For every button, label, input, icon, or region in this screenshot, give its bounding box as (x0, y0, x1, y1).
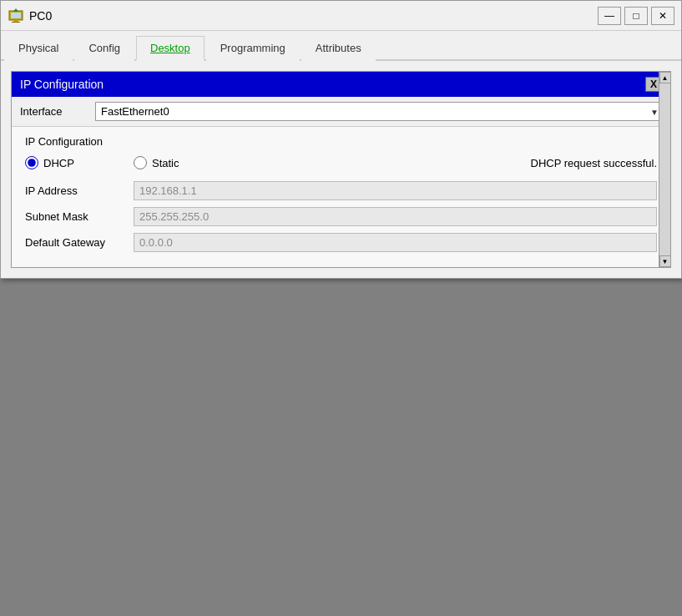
svg-rect-1 (11, 13, 21, 18)
tab-bar: Physical Config Desktop Programming Attr… (1, 31, 681, 61)
static-radio-option[interactable]: Static (134, 156, 242, 169)
ip-config-container: IP Configuration X Interface FastEtherne… (11, 71, 671, 268)
title-bar: PC0 — □ ✕ (1, 1, 681, 31)
tab-programming[interactable]: Programming (206, 36, 300, 61)
svg-marker-4 (13, 8, 18, 12)
maximize-button[interactable]: □ (624, 7, 648, 25)
config-section-title: IP Configuration (25, 135, 657, 148)
content-area: IP Configuration X Interface FastEtherne… (1, 61, 681, 278)
dhcp-label: DHCP (43, 157, 74, 169)
scroll-down-button[interactable]: ▼ (659, 255, 671, 267)
dhcp-status: DHCP request successful. (531, 157, 658, 169)
subnet-mask-input[interactable] (134, 207, 657, 226)
ip-config-inner: IP Configuration DHCP Static DHCP reques… (12, 127, 670, 267)
static-radio[interactable] (134, 156, 147, 169)
ip-address-input[interactable] (134, 181, 657, 200)
tab-physical[interactable]: Physical (4, 36, 73, 61)
ip-address-row: IP Address (25, 181, 657, 200)
subnet-mask-label: Subnet Mask (25, 210, 134, 223)
static-label: Static (152, 157, 179, 169)
default-gateway-label: Default Gateway (25, 236, 134, 249)
dhcp-radio[interactable] (25, 156, 38, 169)
ip-config-header: IP Configuration X (12, 72, 670, 97)
window-controls: — □ ✕ (598, 7, 674, 25)
minimize-button[interactable]: — (598, 7, 621, 25)
interface-row: Interface FastEthernet0 ▼ (12, 97, 670, 127)
tab-config[interactable]: Config (74, 36, 134, 61)
tab-desktop[interactable]: Desktop (136, 36, 205, 61)
close-button[interactable]: ✕ (651, 7, 674, 25)
main-window: PC0 — □ ✕ Physical Config Desktop Progra… (0, 0, 682, 279)
app-icon (8, 8, 24, 24)
dhcp-radio-option[interactable]: DHCP (25, 156, 134, 169)
interface-label: Interface (20, 105, 87, 118)
window-title: PC0 (29, 9, 52, 23)
default-gateway-row: Default Gateway (25, 233, 657, 252)
scroll-up-button[interactable]: ▲ (659, 72, 671, 83)
tab-attributes[interactable]: Attributes (301, 36, 376, 61)
ip-address-label: IP Address (25, 184, 134, 197)
ip-config-title: IP Configuration (20, 78, 104, 91)
svg-rect-3 (12, 22, 20, 23)
svg-rect-2 (13, 20, 18, 22)
interface-select-wrapper: FastEthernet0 ▼ (95, 102, 662, 121)
default-gateway-input[interactable] (134, 233, 657, 252)
interface-select[interactable]: FastEthernet0 (95, 102, 662, 121)
radio-row: DHCP Static DHCP request successful. (25, 156, 657, 169)
scroll-bar: ▲ ▼ (659, 72, 670, 267)
subnet-mask-row: Subnet Mask (25, 207, 657, 226)
title-bar-left: PC0 (8, 8, 52, 24)
